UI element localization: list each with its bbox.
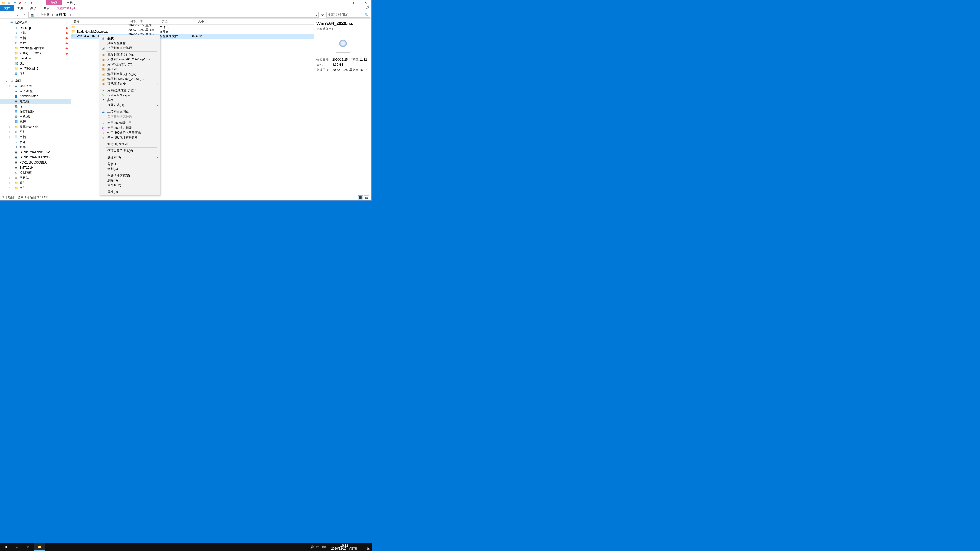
context-menu-item[interactable]: 复制(C)	[99, 167, 159, 171]
tab-home[interactable]: 主页	[14, 5, 27, 11]
expand-icon[interactable]: ›	[10, 181, 13, 185]
tree-item[interactable]: ZMT2019	[0, 165, 71, 170]
qat-delete-icon[interactable]: ✕	[18, 1, 22, 5]
context-menu-item[interactable]: 共享	[99, 98, 159, 103]
expand-icon[interactable]: ›	[10, 125, 13, 129]
expand-icon[interactable]: ›	[10, 115, 13, 118]
file-row[interactable]: BaiduNetdiskDownload2020/12/25, 星期五 1...…	[71, 29, 314, 34]
tree-item[interactable]: ›OneDrive	[0, 83, 71, 89]
tree-item[interactable]: win7重装win7	[0, 66, 71, 71]
context-menu-item[interactable]: 上传到百度网盘	[99, 109, 159, 114]
context-menu-item[interactable]: Edit with Notepad++	[99, 93, 159, 98]
context-menu-item[interactable]: 其他压缩命令›	[99, 81, 159, 86]
context-menu-item[interactable]: 解压到当前文件夹(X)	[99, 72, 159, 76]
context-menu-item[interactable]: 创建快捷方式(S)	[99, 173, 159, 178]
tree-item[interactable]: ›软件	[0, 180, 71, 186]
tree-item[interactable]: ›视频	[0, 119, 71, 124]
tree-item[interactable]: 文档📌	[0, 35, 71, 41]
expand-icon[interactable]: ›	[10, 94, 13, 98]
context-menu-item[interactable]: 删除(D)	[99, 178, 159, 183]
context-menu-item[interactable]: 添加到 "Win7x64_2020.zip" (T)	[99, 57, 159, 62]
back-button[interactable]: ←	[2, 12, 7, 17]
tree-item[interactable]: ›回收站	[0, 175, 71, 180]
tree-item[interactable]: ›文件	[0, 186, 71, 191]
search-icon[interactable]: 🔍	[365, 13, 369, 17]
tree-item[interactable]: ›此电脑	[0, 99, 71, 104]
context-menu-item[interactable]: 使用 360强力删除	[99, 125, 159, 130]
tree-item[interactable]: YUNQISHI2019📌	[0, 51, 71, 56]
col-size[interactable]: 大小	[186, 19, 206, 24]
search-box[interactable]: 搜索"文档 (E:)" 🔍	[326, 12, 370, 17]
col-name[interactable]: 名称	[71, 19, 128, 24]
context-menu-item[interactable]: 装载	[99, 36, 159, 41]
tree-item[interactable]: ›本机照片	[0, 114, 71, 119]
tab-share[interactable]: 共享	[27, 5, 40, 11]
tree-item[interactable]: ⌄桌面	[0, 78, 71, 83]
tree-item[interactable]: excel表格制作求和📌	[0, 46, 71, 51]
qat-undo-icon[interactable]: ↶	[24, 1, 28, 5]
context-menu-item[interactable]: 通过QQ发送到	[99, 142, 159, 147]
tree-item[interactable]: ⌄网络	[0, 144, 71, 150]
expand-icon[interactable]: ⌄	[5, 21, 8, 24]
context-menu-item[interactable]: 还原以前的版本(V)	[99, 148, 159, 153]
tree-item[interactable]: Bandicam	[0, 56, 71, 61]
expand-icon[interactable]: ›	[10, 176, 13, 179]
minimize-button[interactable]: —	[338, 0, 349, 5]
navigation-tree[interactable]: ⌄快速访问Desktop📌下载📌文档📌图片📌excel表格制作求和📌YUNQIS…	[0, 19, 71, 195]
crumb-drive-e[interactable]: 文档 (E:)	[55, 13, 68, 17]
context-menu-item[interactable]: 使用 360管理右键菜单	[99, 135, 159, 140]
context-menu-item[interactable]: 解压到 Win7x64_2020\ (E)	[99, 76, 159, 81]
expand-icon[interactable]: ⌄	[5, 79, 8, 83]
expand-icon[interactable]: ›	[10, 186, 13, 190]
expand-icon[interactable]: ›	[10, 135, 13, 139]
context-menu-item[interactable]: 打开方式(H)›	[99, 103, 159, 107]
tree-item[interactable]: DESKTOP-NJEU3CG	[0, 155, 71, 160]
col-type[interactable]: 类型	[159, 19, 186, 24]
view-icons-button[interactable]: ▦	[364, 195, 369, 200]
tree-item[interactable]: ›文档	[0, 135, 71, 140]
context-menu-item[interactable]: 重命名(M)	[99, 183, 159, 188]
tree-item[interactable]: PC-20190530OBLA	[0, 160, 71, 165]
expand-icon[interactable]: ⌄	[10, 145, 13, 149]
context-menu-item[interactable]: 添加到压缩文件(A)...	[99, 52, 159, 57]
context-menu-item[interactable]: 刻录光盘映像	[99, 41, 159, 46]
tree-item[interactable]: ›库	[0, 104, 71, 109]
maximize-button[interactable]: ▢	[349, 0, 360, 5]
tree-item[interactable]: DESKTOP-LSSOEDP	[0, 150, 71, 155]
context-menu-item[interactable]: 解压到(F)...	[99, 67, 159, 72]
tree-item[interactable]: ›控制面板	[0, 170, 71, 175]
refresh-button[interactable]: ⟳	[320, 13, 325, 17]
tab-disc-image-tools[interactable]: 光盘映像工具	[53, 5, 79, 11]
up-button[interactable]: ↑	[22, 12, 27, 17]
tree-item[interactable]: ›音乐	[0, 140, 71, 144]
expand-icon[interactable]: ›	[10, 89, 13, 93]
recent-dropdown[interactable]: ⌄	[15, 12, 21, 17]
expand-icon[interactable]: ›	[10, 105, 13, 108]
expand-icon[interactable]: ›	[10, 84, 13, 88]
context-menu-item[interactable]: 发送到(N)›	[99, 155, 159, 160]
file-row[interactable]: 12020/12/15, 星期二 1...文件夹	[71, 25, 314, 29]
tab-view[interactable]: 查看	[40, 5, 53, 11]
expand-icon[interactable]: ›	[10, 140, 13, 144]
address-bar[interactable]: › 此电脑 › 文档 (E:) › ⌄	[28, 12, 319, 17]
context-menu-item[interactable]: 使用 360解除占用	[99, 121, 159, 125]
forward-button[interactable]: →	[8, 12, 14, 17]
expand-icon[interactable]: ›	[10, 120, 13, 124]
address-history-dropdown[interactable]: ⌄	[314, 13, 318, 17]
crumb-sep-icon[interactable]: ›	[36, 13, 39, 17]
context-menu-item[interactable]: 使用 360进行木马云查杀	[99, 130, 159, 135]
context-menu-item[interactable]: 用 蜂蜜浏览器 浏览(3)	[99, 88, 159, 93]
qat-properties-icon[interactable]: ▭	[7, 1, 11, 5]
tree-item[interactable]: ›Administrator	[0, 94, 71, 99]
expand-icon[interactable]: ›	[10, 130, 13, 134]
tree-item[interactable]: 下载📌	[0, 30, 71, 35]
tree-item[interactable]: 图片	[0, 71, 71, 76]
crumb-this-pc[interactable]: 此电脑	[39, 13, 51, 17]
tree-item[interactable]: G:\	[0, 61, 71, 66]
expand-icon[interactable]: ›	[10, 110, 13, 113]
expand-icon[interactable]: ›	[10, 171, 13, 175]
context-menu-item[interactable]: 用360压缩打开(Q)	[99, 62, 159, 67]
context-menu-item[interactable]: 剪切(T)	[99, 162, 159, 167]
tab-file[interactable]: 文件	[0, 5, 14, 11]
tree-item[interactable]: ›图片	[0, 129, 71, 135]
